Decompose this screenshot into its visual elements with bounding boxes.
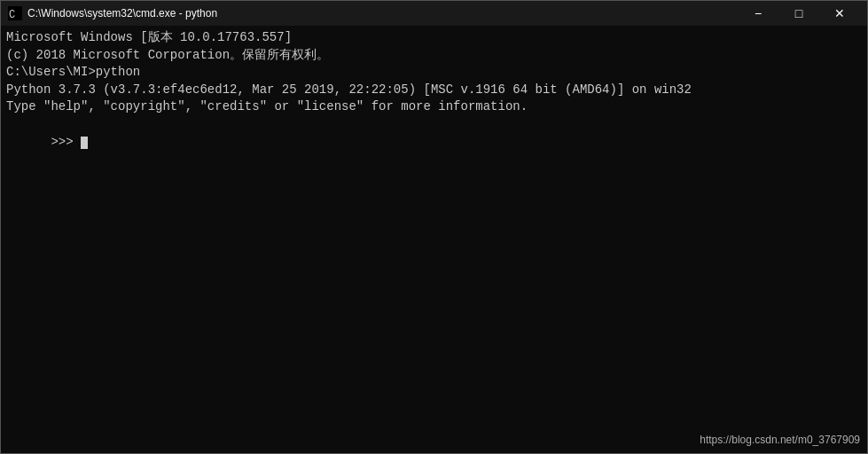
minimize-button[interactable]: − <box>738 1 778 26</box>
window-controls: − □ ✕ <box>738 1 860 26</box>
close-button[interactable]: ✕ <box>819 1 860 26</box>
cursor <box>81 137 88 149</box>
cmd-window: C C:\Windows\system32\cmd.exe - python −… <box>0 0 868 454</box>
title-bar: C C:\Windows\system32\cmd.exe - python −… <box>1 1 867 26</box>
terminal-line-3: C:\Users\MI>python <box>6 64 862 82</box>
maximize-button[interactable]: □ <box>778 1 819 26</box>
cmd-icon: C <box>8 6 22 20</box>
watermark: https://blog.csdn.net/m0_3767909 <box>700 434 860 446</box>
terminal-line-5: Type "help", "copyright", "credits" or "… <box>6 98 862 116</box>
terminal-line-1: (c) 2018 Microsoft Corporation。保留所有权利。 <box>6 47 862 65</box>
terminal-body[interactable]: Microsoft Windows [版本 10.0.17763.557] (c… <box>1 26 867 453</box>
terminal-line-4: Python 3.7.3 (v3.7.3:ef4ec6ed12, Mar 25 … <box>6 82 862 99</box>
terminal-line-0: Microsoft Windows [版本 10.0.17763.557] <box>6 29 862 47</box>
terminal-line-6: >>> <box>6 116 862 168</box>
svg-text:C: C <box>9 9 15 20</box>
window-title: C:\Windows\system32\cmd.exe - python <box>27 7 738 20</box>
